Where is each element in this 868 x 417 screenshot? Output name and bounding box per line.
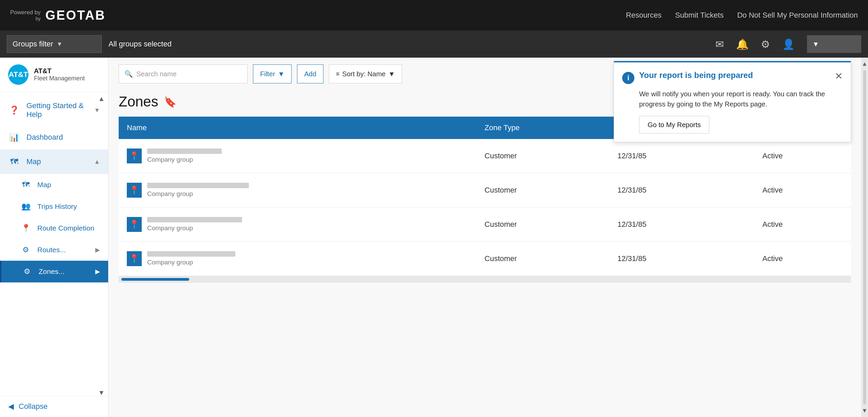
sidebar-navigation: ❓ Getting Started & Help ▼ 📊 Dashboard 🗺… xyxy=(0,92,108,396)
zone-type-cell: Customer xyxy=(476,207,609,242)
go-to-my-reports-button[interactable]: Go to My Reports xyxy=(639,116,709,134)
zone-name-cell: 📍 Company group xyxy=(119,139,476,173)
sort-button-label: Sort by: Name xyxy=(342,70,386,78)
sidebar-subitem-label: Trips History xyxy=(37,202,77,211)
sidebar-header: AT&T AT&T Fleet Management xyxy=(0,58,108,92)
map-sub-icon: 🗺 xyxy=(20,179,31,190)
zone-subtext: Company group xyxy=(147,156,222,163)
table-row: 📍 Company group Customer 12/31/85 Active xyxy=(119,207,851,242)
sidebar-item-dashboard[interactable]: 📊 Dashboard xyxy=(0,125,108,150)
sidebar-scroll-up-button[interactable]: ▲ xyxy=(98,95,105,103)
gear-icon[interactable]: ⚙ xyxy=(761,38,770,50)
info-icon: i xyxy=(622,72,634,84)
zone-type-cell: Customer xyxy=(476,173,609,207)
active-from-cell: 12/31/85 xyxy=(609,242,754,276)
topbar-icons: ✉ 🔔 ⚙ 👤 ▼ xyxy=(715,35,861,53)
sidebar-item-label: Map xyxy=(26,157,88,166)
active-from-cell: 12/31/85 xyxy=(609,207,754,242)
zone-name-bar xyxy=(147,217,242,222)
zone-name-cell: 📍 Company group xyxy=(119,207,476,242)
chevron-right-icon: ▶ xyxy=(95,246,100,254)
sidebar-item-getting-started[interactable]: ❓ Getting Started & Help ▼ xyxy=(0,95,108,125)
mail-icon[interactable]: ✉ xyxy=(715,38,724,50)
zone-name-bar xyxy=(147,183,249,188)
groups-filter-dropdown[interactable]: Groups filter ▼ xyxy=(7,35,102,53)
zone-name-bar xyxy=(147,148,222,154)
sidebar-item-map-sub[interactable]: 🗺 Map xyxy=(0,174,108,196)
chevron-down-icon: ▼ xyxy=(57,41,63,48)
filter-button-label: Filter xyxy=(260,70,275,78)
sidebar-item-map[interactable]: 🗺 Map ▲ xyxy=(0,150,108,174)
dashboard-icon: 📊 xyxy=(8,131,20,143)
user-icon[interactable]: 👤 xyxy=(782,38,795,50)
vertical-scrollbar[interactable]: ▲ ▼ xyxy=(861,58,868,417)
search-box[interactable]: 🔍 Search name xyxy=(119,64,248,83)
status-cell: Active xyxy=(754,207,851,242)
status-cell: Active xyxy=(754,242,851,276)
scroll-down-arrow[interactable]: ▼ xyxy=(862,407,868,414)
chevron-down-icon: ▼ xyxy=(388,70,395,78)
filter-button[interactable]: Filter ▼ xyxy=(253,64,292,83)
status-cell: Active xyxy=(754,139,851,173)
main-layout: AT&T AT&T Fleet Management ▲ ❓ Getting S… xyxy=(0,58,868,417)
sidebar-item-label: Getting Started & Help xyxy=(26,101,88,119)
chevron-down-icon: ▼ xyxy=(94,107,100,114)
add-button[interactable]: Add xyxy=(297,64,323,83)
table-row: 📍 Company group Customer 12/31/85 Active xyxy=(119,139,851,173)
sidebar-item-route-completion[interactable]: 📍 Route Completion xyxy=(0,217,108,239)
sort-button[interactable]: ≡ Sort by: Name ▼ xyxy=(329,64,402,83)
zone-subtext: Company group xyxy=(147,190,249,198)
att-logo: AT&T xyxy=(8,64,28,85)
submit-tickets-link[interactable]: Submit Tickets xyxy=(675,11,724,20)
bookmark-icon[interactable]: 🔖 xyxy=(164,96,176,108)
column-name: Name xyxy=(119,117,476,139)
zone-pin-icon: 📍 xyxy=(127,148,142,163)
sidebar-subitem-label: Routes... xyxy=(37,246,66,254)
active-from-cell: 12/31/85 xyxy=(609,173,754,207)
horizontal-scrollbar[interactable] xyxy=(119,276,851,283)
bell-icon[interactable]: 🔔 xyxy=(736,38,749,50)
resources-link[interactable]: Resources xyxy=(626,11,662,20)
sidebar-collapse-button[interactable]: ◀ Collapse xyxy=(0,396,108,417)
zone-name-cell: 📍 Company group xyxy=(119,173,476,207)
logo-area: Powered by by GEOTAB xyxy=(10,8,106,23)
zone-subtext: Company group xyxy=(147,259,235,266)
zone-pin-icon: 📍 xyxy=(127,251,142,266)
zone-type-cell: Customer xyxy=(476,242,609,276)
top-nav-links: Resources Submit Tickets Do Not Sell My … xyxy=(626,11,858,20)
do-not-sell-link[interactable]: Do Not Sell My Personal Information xyxy=(737,11,858,20)
sidebar-item-trips-history[interactable]: 👥 Trips History xyxy=(0,196,108,217)
user-dropdown[interactable]: ▼ xyxy=(807,35,861,53)
zone-subtext: Company group xyxy=(147,224,242,232)
chevron-up-icon: ▲ xyxy=(94,158,100,165)
route-completion-icon: 📍 xyxy=(20,223,31,234)
status-cell: Active xyxy=(754,173,851,207)
map-icon: 🗺 xyxy=(8,156,20,168)
active-from-cell: 12/31/85 xyxy=(609,139,754,173)
sort-icon: ≡ xyxy=(336,71,340,78)
sidebar-scroll-down-button[interactable]: ▼ xyxy=(98,389,105,397)
routes-icon: ⚙ xyxy=(20,244,31,255)
content-area: 🔍 Search name Filter ▼ Add ≡ Sort by: Na… xyxy=(108,58,861,417)
add-button-label: Add xyxy=(304,70,316,78)
geotab-brand: GEOTAB xyxy=(45,8,106,23)
sidebar-item-routes[interactable]: ⚙ Routes... ▶ xyxy=(0,239,108,261)
trips-icon: 👥 xyxy=(20,201,31,212)
collapse-arrow-icon: ◀ xyxy=(8,402,14,411)
page-title: Zones xyxy=(119,94,158,110)
sidebar-item-zones[interactable]: ⚙ Zones... ▶ xyxy=(0,261,108,282)
sidebar-subitem-label: Route Completion xyxy=(37,224,94,232)
scroll-up-arrow[interactable]: ▲ xyxy=(862,60,868,67)
notification-popup: i Your report is being prepared ✕ We wil… xyxy=(614,61,851,142)
scroll-thumb xyxy=(121,278,189,281)
notification-close-button[interactable]: ✕ xyxy=(835,71,843,82)
zone-name-cell: 📍 Company group xyxy=(119,242,476,276)
sidebar: AT&T AT&T Fleet Management ▲ ❓ Getting S… xyxy=(0,58,108,417)
zone-pin-icon: 📍 xyxy=(127,183,142,198)
sidebar-brand-sub: Fleet Management xyxy=(34,75,85,82)
scroll-track xyxy=(863,70,866,404)
groups-selected-text: All groups selected xyxy=(108,40,172,48)
groups-filter-label: Groups filter xyxy=(13,40,53,48)
groups-filter-bar: Groups filter ▼ All groups selected ✉ 🔔 … xyxy=(0,31,868,58)
sidebar-subitem-label: Zones... xyxy=(39,267,64,276)
